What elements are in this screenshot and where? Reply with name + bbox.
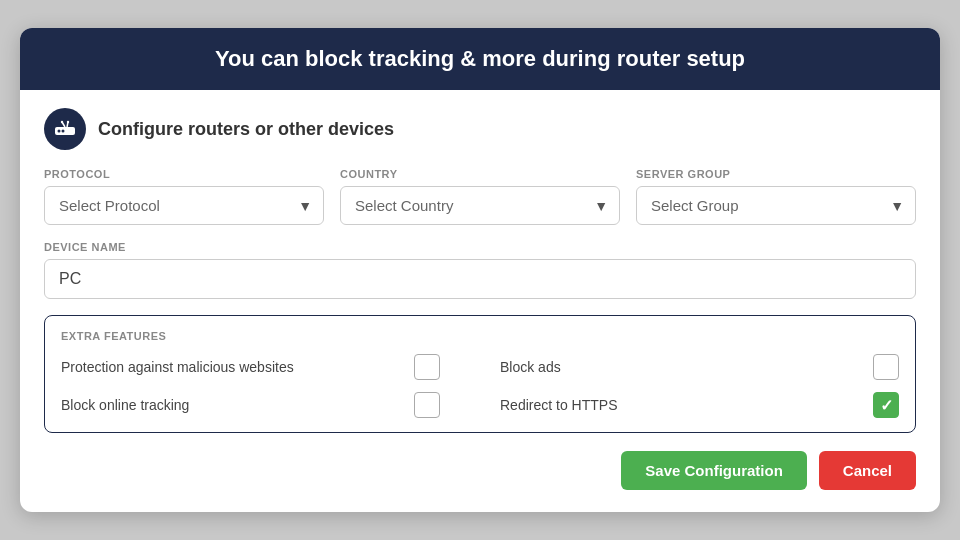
protocol-label: PROTOCOL bbox=[44, 168, 324, 180]
country-group: COUNTRY Select Country Select CountryUni… bbox=[340, 168, 620, 225]
save-button[interactable]: Save Configuration bbox=[621, 451, 807, 490]
country-select[interactable]: Select Country Select CountryUnited Stat… bbox=[340, 186, 620, 225]
feature-label-block-ads: Block ads bbox=[500, 359, 561, 375]
router-icon bbox=[44, 108, 86, 150]
svg-point-2 bbox=[62, 130, 65, 133]
svg-point-6 bbox=[67, 121, 69, 123]
feature-item-https: Redirect to HTTPS bbox=[480, 392, 899, 418]
extra-features-label: EXTRA FEATURES bbox=[61, 330, 899, 342]
server-group-dropdown-wrapper: Select Group Select GroupStandard VPN Se… bbox=[636, 186, 916, 225]
main-card: You can block tracking & more during rou… bbox=[20, 28, 940, 512]
checkbox-https[interactable] bbox=[873, 392, 899, 418]
extra-features-box: EXTRA FEATURES Protection against malici… bbox=[44, 315, 916, 433]
feature-label-https: Redirect to HTTPS bbox=[500, 397, 617, 413]
svg-point-1 bbox=[58, 130, 61, 133]
country-label: COUNTRY bbox=[340, 168, 620, 180]
protocol-group: PROTOCOL Select Protocol Select Protocol… bbox=[44, 168, 324, 225]
device-name-input[interactable] bbox=[44, 259, 916, 299]
features-grid: Protection against malicious websites Bl… bbox=[61, 354, 899, 418]
protocol-dropdown-wrapper: Select Protocol Select ProtocolOpenVPN U… bbox=[44, 186, 324, 225]
svg-point-5 bbox=[61, 121, 63, 123]
dropdowns-row: PROTOCOL Select Protocol Select Protocol… bbox=[44, 168, 916, 225]
feature-item-malicious: Protection against malicious websites bbox=[61, 354, 480, 380]
feature-label-malicious: Protection against malicious websites bbox=[61, 359, 294, 375]
buttons-row: Save Configuration Cancel bbox=[44, 451, 916, 490]
checkbox-malicious[interactable] bbox=[414, 354, 440, 380]
device-name-label: DEVICE NAME bbox=[44, 241, 916, 253]
card-body: Configure routers or other devices PROTO… bbox=[20, 90, 940, 512]
section-title: Configure routers or other devices bbox=[98, 119, 394, 140]
checkbox-block-ads[interactable] bbox=[873, 354, 899, 380]
protocol-select[interactable]: Select Protocol Select ProtocolOpenVPN U… bbox=[44, 186, 324, 225]
country-dropdown-wrapper: Select Country Select CountryUnited Stat… bbox=[340, 186, 620, 225]
feature-item-block-ads: Block ads bbox=[480, 354, 899, 380]
device-name-group: DEVICE NAME bbox=[44, 241, 916, 299]
section-header: Configure routers or other devices bbox=[44, 108, 916, 150]
feature-item-tracking: Block online tracking bbox=[61, 392, 480, 418]
cancel-button[interactable]: Cancel bbox=[819, 451, 916, 490]
banner: You can block tracking & more during rou… bbox=[20, 28, 940, 90]
server-group-select[interactable]: Select Group Select GroupStandard VPN Se… bbox=[636, 186, 916, 225]
server-group-label: SERVER GROUP bbox=[636, 168, 916, 180]
checkbox-tracking[interactable] bbox=[414, 392, 440, 418]
feature-label-tracking: Block online tracking bbox=[61, 397, 189, 413]
banner-text: You can block tracking & more during rou… bbox=[215, 46, 745, 71]
server-group-group: SERVER GROUP Select Group Select GroupSt… bbox=[636, 168, 916, 225]
